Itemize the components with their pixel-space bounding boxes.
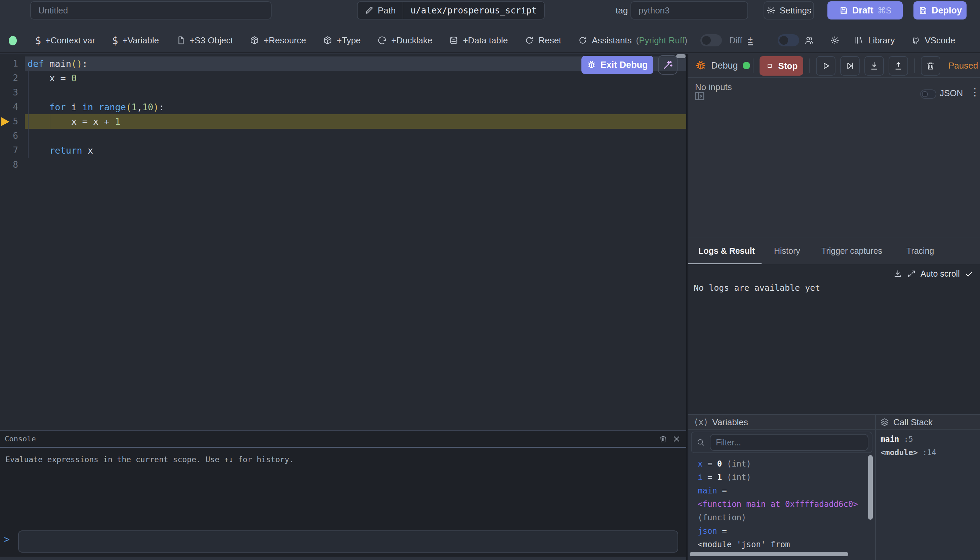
code-line-6[interactable]: 6 [0, 129, 686, 143]
console-input[interactable] [18, 530, 678, 553]
line-number[interactable]: 1 [0, 57, 25, 71]
variable-row[interactable]: json = [698, 524, 858, 538]
run-panel: Debug Stop Paused No inputs JSON ⋮ Lo [687, 54, 980, 560]
editor-scrollbar[interactable] [676, 54, 686, 58]
code-line-7[interactable]: 7 return x [0, 143, 686, 158]
variable-row[interactable]: <function main at 0xffffadadd6c0> [698, 497, 858, 511]
toolbar-item-reset[interactable]: Reset [525, 35, 561, 46]
toolbar-item-label: +Resource [263, 35, 306, 46]
line-number[interactable]: 6 [0, 129, 25, 143]
step-out-button[interactable] [888, 56, 908, 76]
ai-wand-button[interactable] [658, 55, 677, 75]
callstack-frame[interactable]: <module> :14 [880, 446, 936, 459]
check-icon[interactable] [965, 269, 973, 278]
toolbar-item-label: +Context var [45, 35, 95, 46]
exit-debug-button[interactable]: Exit Debug [581, 56, 653, 74]
code-line-3[interactable]: 3 [0, 85, 686, 100]
line-number[interactable]: 8 [0, 158, 25, 172]
toolbar-item-data-table[interactable]: +Data table [449, 35, 508, 46]
variables-vertical-scrollbar[interactable] [868, 455, 873, 520]
multiplayer-toggle[interactable] [778, 34, 799, 47]
line-number[interactable]: 2 [0, 71, 25, 85]
tag-input[interactable] [631, 1, 748, 20]
collapse-panel-icon[interactable] [694, 90, 706, 102]
result-tabs: Logs & ResultHistoryTrigger capturesTrac… [688, 238, 980, 264]
callstack-title: Call Stack [893, 417, 933, 428]
toolbar-item-context-var[interactable]: $+Context var [35, 35, 95, 47]
gear-icon[interactable] [830, 36, 840, 45]
users-icon[interactable] [805, 36, 814, 45]
line-number[interactable]: 7 [0, 143, 25, 158]
settings-button[interactable]: Settings [764, 1, 814, 20]
variables-filter [691, 432, 872, 453]
toolbar-item-type[interactable]: +Type [323, 35, 361, 46]
code-line-8[interactable]: 8 [0, 158, 686, 172]
step-into-button[interactable] [864, 56, 884, 76]
variables-filter-input[interactable] [710, 434, 869, 451]
variable-row[interactable]: x = 0 (int) [698, 457, 858, 471]
tab-logs-result[interactable]: Logs & Result [698, 238, 755, 263]
path-group[interactable]: Path u/alex/prosperous_script [357, 1, 545, 20]
toolbar-item-ducklake[interactable]: +Ducklake [378, 35, 432, 46]
vscode-label: VScode [925, 35, 955, 46]
console-header: Console [0, 431, 686, 448]
step-over-button[interactable] [840, 56, 860, 76]
deploy-button[interactable]: Deploy [913, 1, 967, 20]
toolbar-item-assistants[interactable]: Assistants(Pyright Ruff) [578, 35, 687, 46]
bug-icon [587, 60, 596, 70]
clear-button[interactable] [921, 56, 940, 76]
diff-toggle[interactable] [700, 34, 722, 47]
indent-guide [28, 71, 28, 158]
kebab-menu-icon[interactable]: ⋮ [970, 86, 980, 98]
editor-toolbar: $+Context var$+Variable+S3 Object+Resour… [0, 28, 980, 53]
toolbar-item-label: +Data table [463, 35, 508, 46]
expand-icon[interactable] [907, 270, 916, 278]
json-toggle[interactable] [920, 89, 936, 99]
trash-icon [926, 61, 935, 71]
variable-row[interactable]: <module 'json' from [698, 538, 858, 551]
draft-button[interactable]: Draft ⌘S [827, 1, 903, 20]
indent-guide [50, 114, 50, 129]
layers-icon [880, 417, 889, 427]
variable-row[interactable]: i = 1 (int) [698, 471, 858, 484]
logs-section: Auto scroll No logs are available yet [688, 264, 980, 414]
tab-history[interactable]: History [774, 238, 800, 263]
code-editor[interactable]: 1def main():2 x = 034 for i in range(1,1… [0, 54, 686, 430]
code-text: x = x + 1 [25, 114, 686, 129]
path-label: Path [378, 5, 396, 16]
separator [809, 58, 810, 73]
code-line-5[interactable]: 5 x = x + 1 [0, 114, 686, 129]
code-line-4[interactable]: 4 for i in range(1,10): [0, 100, 686, 114]
settings-label: Settings [780, 5, 811, 16]
download-logs-icon[interactable] [893, 269, 902, 278]
variable-row[interactable]: main = [698, 484, 858, 497]
variable-row[interactable]: (function) [698, 511, 858, 524]
trash-icon[interactable] [659, 435, 667, 443]
script-title-input[interactable] [30, 1, 271, 20]
vscode-button[interactable]: VScode [911, 35, 955, 46]
callstack-frame[interactable]: main :5 [880, 432, 936, 446]
dollar-icon: $ [35, 35, 41, 47]
continue-button[interactable] [816, 56, 835, 76]
line-number[interactable]: 4 [0, 100, 25, 114]
line-number[interactable]: 3 [0, 85, 25, 100]
search-icon [696, 438, 705, 447]
stop-button[interactable]: Stop [760, 56, 803, 76]
console-hint: Evaluate expressions in the current scop… [5, 455, 294, 464]
variables-horizontal-scrollbar[interactable] [690, 552, 848, 556]
toolbar-item-variable[interactable]: $+Variable [112, 35, 159, 47]
toolbar-item-s3-object[interactable]: +S3 Object [176, 35, 233, 46]
library-button[interactable]: Library [854, 35, 895, 46]
tab-tracing[interactable]: Tracing [907, 238, 934, 263]
toggle-knob [922, 91, 928, 97]
path-edit[interactable]: Path [358, 2, 403, 19]
package-icon [250, 36, 259, 45]
no-logs-text: No logs are available yet [694, 283, 820, 293]
toolbar-item-resource[interactable]: +Resource [250, 35, 306, 46]
pencil-icon [364, 6, 374, 15]
separator [753, 58, 754, 73]
exit-debug-label: Exit Debug [600, 60, 647, 70]
autoscroll-label[interactable]: Auto scroll [920, 269, 960, 279]
close-icon[interactable] [672, 435, 681, 443]
tab-trigger-captures[interactable]: Trigger captures [821, 238, 882, 263]
